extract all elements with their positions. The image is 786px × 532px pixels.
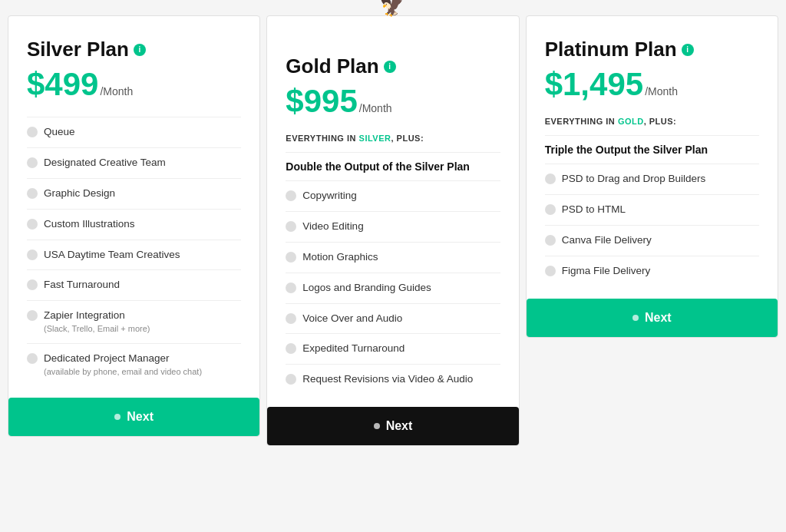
silver-feature-list: Queue Designated Creative Team Graphic D… <box>27 117 241 385</box>
feature-dot-icon <box>27 249 38 260</box>
list-item: Queue <box>27 117 241 147</box>
list-item: USA Daytime Team Creatives <box>27 240 241 270</box>
gold-plan-title: Gold Plan i <box>286 55 500 78</box>
feature-dot-icon <box>27 353 38 364</box>
platinum-featured-item: Triple the Output the Silver Plan <box>545 135 759 164</box>
feature-dot-icon <box>27 279 38 290</box>
popular-badge: ⌒ POPULAR! 🦅 <box>347 0 439 18</box>
button-dot-icon <box>632 315 639 321</box>
gold-plan-card: ⌒ POPULAR! 🦅 Gold Plan i $995 /Month EVE… <box>266 15 519 446</box>
list-item: Zapier Integration (Slack, Trello, Email… <box>27 300 241 342</box>
feature-dot-icon <box>545 266 556 276</box>
mascot-icon: 🦅 <box>379 0 406 18</box>
gold-everything-label: EVERYTHING IN SILVER, PLUS: <box>286 134 500 143</box>
list-item: Video Editing <box>286 211 500 242</box>
pricing-container: Silver Plan i $499 /Month Queue Designat… <box>8 15 778 446</box>
platinum-everything-label: EVERYTHING IN GOLD, PLUS: <box>545 117 759 126</box>
list-item: Designated Creative Team <box>27 147 241 178</box>
list-item: PSD to Drag and Drop Builders <box>545 164 759 194</box>
gold-plan-price: $995 /Month <box>286 83 500 120</box>
list-item: Copywriting <box>286 180 500 211</box>
feature-dot-icon <box>286 252 296 263</box>
platinum-info-icon[interactable]: i <box>682 44 694 56</box>
gold-feature-list: Copywriting Video Editing Motion Graphic… <box>286 180 500 395</box>
platinum-next-button[interactable]: Next <box>527 299 778 337</box>
platinum-plan-price: $1,495 /Month <box>545 66 759 103</box>
feature-dot-icon <box>27 188 38 199</box>
silver-plan-title: Silver Plan i <box>27 38 241 61</box>
list-item: Request Revisions via Video & Audio <box>286 364 500 395</box>
feature-dot-icon <box>27 127 38 137</box>
feature-dot-icon <box>286 221 296 232</box>
button-dot-icon <box>114 414 121 420</box>
gold-featured-item: Double the Output of the Silver Plan <box>286 152 500 180</box>
button-dot-icon <box>374 423 380 429</box>
list-item: Dedicated Project Manager (available by … <box>27 343 241 385</box>
feature-dot-icon <box>545 235 556 246</box>
feature-dot-icon <box>545 173 556 184</box>
feature-dot-icon <box>27 310 38 321</box>
feature-dot-icon <box>27 219 38 230</box>
silver-info-icon[interactable]: i <box>134 44 146 56</box>
feature-dot-icon <box>286 313 296 324</box>
list-item: Logos and Branding Guides <box>286 273 500 303</box>
gold-info-icon[interactable]: i <box>384 61 396 73</box>
list-item: Custom Illustrations <box>27 209 241 240</box>
platinum-plan-card: Platinum Plan i $1,495 /Month EVERYTHING… <box>526 15 778 338</box>
feature-dot-icon <box>286 374 296 385</box>
list-item: Expedited Turnaround <box>286 333 500 364</box>
list-item: Canva File Delivery <box>545 225 759 256</box>
list-item: Voice Over and Audio <box>286 303 500 334</box>
silver-plan-price: $499 /Month <box>27 66 241 103</box>
gold-next-button[interactable]: Next <box>267 407 518 445</box>
list-item: Motion Graphics <box>286 242 500 273</box>
list-item: Graphic Design <box>27 178 241 209</box>
feature-dot-icon <box>286 190 296 201</box>
platinum-plan-title: Platinum Plan i <box>545 38 759 61</box>
feature-dot-icon <box>286 343 296 354</box>
platinum-feature-list: PSD to Drag and Drop Builders PSD to HTM… <box>545 164 759 286</box>
list-item: Figma File Delivery <box>545 256 759 286</box>
feature-dot-icon <box>545 204 556 215</box>
list-item: PSD to HTML <box>545 194 759 225</box>
silver-plan-card: Silver Plan i $499 /Month Queue Designat… <box>8 15 260 437</box>
silver-next-button[interactable]: Next <box>8 398 259 436</box>
list-item: Fast Turnaround <box>27 269 241 300</box>
feature-dot-icon <box>286 283 296 293</box>
feature-dot-icon <box>27 157 38 168</box>
